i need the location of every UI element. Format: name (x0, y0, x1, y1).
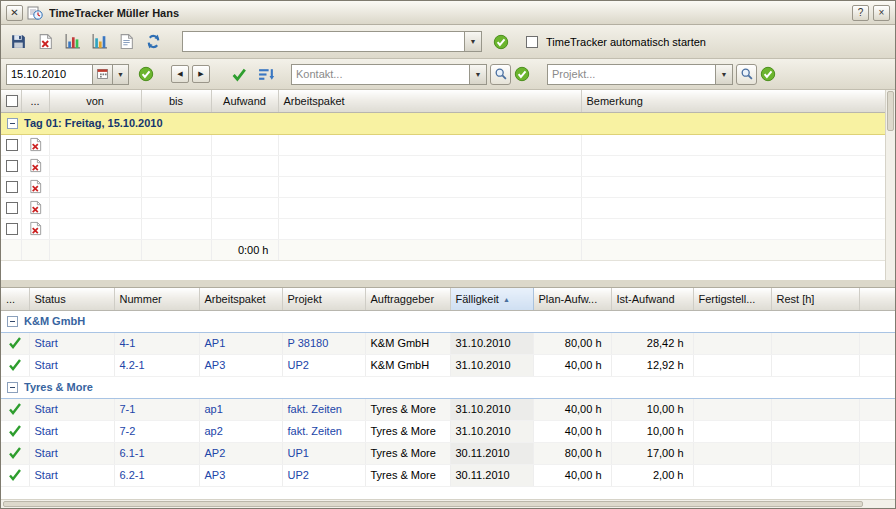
column-header-arbeitspaket[interactable]: Arbeitspaket (278, 90, 581, 112)
aufwand-cell[interactable] (211, 155, 278, 176)
task-arbeitspaket[interactable]: ap1 (199, 398, 282, 420)
von-cell[interactable] (49, 155, 141, 176)
task-status[interactable]: Start (29, 332, 114, 354)
task-status[interactable]: Start (29, 442, 114, 464)
bemerkung-cell[interactable] (581, 218, 885, 239)
task-arbeitspaket[interactable]: AP3 (199, 464, 282, 486)
task-combo[interactable]: ▼ (182, 31, 482, 52)
collapse-group-icon[interactable] (7, 316, 18, 327)
bis-cell[interactable] (141, 155, 211, 176)
bis-cell[interactable] (141, 176, 211, 197)
select-all-header[interactable] (1, 90, 21, 112)
column-header-von[interactable]: von (49, 90, 141, 112)
column-header-rest[interactable]: Rest [h] (771, 288, 859, 310)
column-header-actions[interactable]: ... (1, 288, 29, 310)
arbeitspaket-cell[interactable] (278, 197, 581, 218)
entries-vertical-scrollbar[interactable] (885, 90, 895, 280)
projekt-combo[interactable]: Projekt... ▼ (547, 64, 733, 85)
row-checkbox[interactable] (6, 223, 18, 235)
task-row[interactable]: Start 7-2 ap2 fakt. Zeiten Tyres & More … (1, 420, 895, 442)
apply-kontakt-button[interactable] (514, 66, 530, 82)
column-header-faelligkeit[interactable]: Fälligkeit▲ (450, 288, 533, 310)
task-row[interactable]: Start 6.1-1 AP2 UP1 Tyres & More 30.11.2… (1, 442, 895, 464)
task-projekt[interactable]: fakt. Zeiten (282, 398, 365, 420)
column-header-status[interactable]: Status (29, 288, 114, 310)
column-header-auftraggeber[interactable]: Auftraggeber (365, 288, 450, 310)
apply-task-button[interactable] (493, 34, 509, 50)
column-header-plan-aufwand[interactable]: Plan-Aufw... (533, 288, 611, 310)
tasks-horizontal-scrollbar[interactable] (1, 499, 895, 508)
day-group-row[interactable]: Tag 01: Freitag, 15.10.2010 (1, 112, 885, 134)
column-header-aufwand[interactable]: Aufwand (211, 90, 278, 112)
row-checkbox[interactable] (6, 139, 18, 151)
row-checkbox[interactable] (6, 160, 18, 172)
task-nummer[interactable]: 4-1 (114, 332, 199, 354)
task-nummer[interactable]: 7-2 (114, 420, 199, 442)
row-checkbox[interactable] (6, 181, 18, 193)
bemerkung-cell[interactable] (581, 155, 885, 176)
column-header-arbeitspaket[interactable]: Arbeitspaket (199, 288, 282, 310)
close-button[interactable]: × (873, 5, 890, 21)
aufwand-cell[interactable] (211, 218, 278, 239)
refresh-button[interactable] (141, 30, 165, 54)
apply-date-button[interactable] (138, 66, 154, 82)
task-status[interactable]: Start (29, 464, 114, 486)
row-checkbox[interactable] (6, 202, 18, 214)
kontakt-dropdown-button[interactable]: ▼ (469, 65, 486, 84)
report-button[interactable] (114, 30, 138, 54)
projekt-search-button[interactable] (736, 64, 757, 85)
bemerkung-cell[interactable] (581, 134, 885, 155)
arbeitspaket-cell[interactable] (278, 218, 581, 239)
task-status[interactable]: Start (29, 420, 114, 442)
column-header-bis[interactable]: bis (141, 90, 211, 112)
column-header-ist-aufwand[interactable]: Ist-Aufwand (611, 288, 693, 310)
task-projekt[interactable]: P 38180 (282, 332, 365, 354)
task-nummer[interactable]: 6.2-1 (114, 464, 199, 486)
scrollbar-thumb[interactable] (887, 91, 894, 131)
date-input[interactable]: 15.10.2010 (6, 64, 92, 85)
panel-splitter[interactable] (1, 280, 895, 288)
column-header-fertigstellung[interactable]: Fertigstell... (693, 288, 771, 310)
close-panel-button[interactable]: ✕ (6, 5, 23, 21)
statistics-2-button[interactable] (87, 30, 111, 54)
statistics-1-button[interactable] (60, 30, 84, 54)
task-status[interactable]: Start (29, 354, 114, 376)
kontakt-combo[interactable]: Kontakt... ▼ (291, 64, 487, 85)
time-entry-row[interactable] (1, 155, 885, 176)
bemerkung-cell[interactable] (581, 176, 885, 197)
collapse-group-icon[interactable] (7, 382, 18, 393)
task-projekt[interactable]: UP2 (282, 464, 365, 486)
aufwand-cell[interactable] (211, 134, 278, 155)
previous-day-button[interactable]: ◀ (171, 65, 189, 83)
task-nummer[interactable]: 4.2-1 (114, 354, 199, 376)
arbeitspaket-cell[interactable] (278, 134, 581, 155)
time-entry-row[interactable] (1, 176, 885, 197)
aufwand-cell[interactable] (211, 197, 278, 218)
task-nummer[interactable]: 7-1 (114, 398, 199, 420)
client-group-row[interactable]: K&M GmbH (1, 310, 895, 332)
sort-entries-button[interactable] (254, 62, 278, 86)
time-entry-row[interactable] (1, 218, 885, 239)
delete-entry-icon[interactable] (27, 179, 44, 194)
column-header-nummer[interactable]: Nummer (114, 288, 199, 310)
column-header-projekt[interactable]: Projekt (282, 288, 365, 310)
task-row[interactable]: Start 4-1 AP1 P 38180 K&M GmbH 31.10.201… (1, 332, 895, 354)
kontakt-search-button[interactable] (490, 64, 511, 85)
delete-entry-icon[interactable] (27, 200, 44, 215)
delete-entry-icon[interactable] (27, 158, 44, 173)
confirm-day-button[interactable] (227, 62, 251, 86)
bis-cell[interactable] (141, 197, 211, 218)
bemerkung-cell[interactable] (581, 197, 885, 218)
discard-entry-button[interactable] (33, 30, 57, 54)
task-projekt[interactable]: fakt. Zeiten (282, 420, 365, 442)
column-header-bemerkung[interactable]: Bemerkung (581, 90, 885, 112)
von-cell[interactable] (49, 197, 141, 218)
task-projekt[interactable]: UP2 (282, 354, 365, 376)
task-arbeitspaket[interactable]: AP2 (199, 442, 282, 464)
task-arbeitspaket[interactable]: AP1 (199, 332, 282, 354)
calendar-button[interactable] (92, 64, 112, 85)
date-dropdown-button[interactable]: ▼ (112, 64, 129, 85)
next-day-button[interactable]: ▶ (192, 65, 210, 83)
task-arbeitspaket[interactable]: ap2 (199, 420, 282, 442)
apply-projekt-button[interactable] (760, 66, 776, 82)
